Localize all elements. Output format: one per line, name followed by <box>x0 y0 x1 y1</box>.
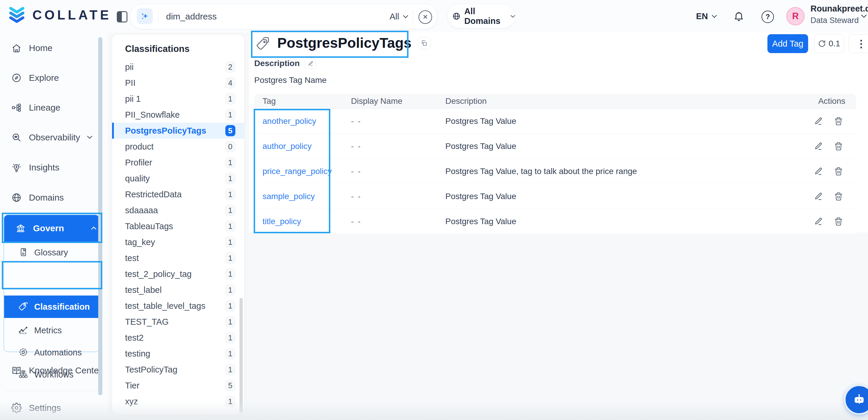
classification-list-item[interactable]: PostgresPolicyTags 5 <box>112 123 244 139</box>
govern-menu-group: Govern Glossary Clas <box>4 214 100 352</box>
sidebar-item-automations[interactable]: Automations <box>4 342 99 363</box>
version-button[interactable]: 0.1 <box>814 34 844 53</box>
classification-list-item[interactable]: RestrictedData 1 <box>112 186 244 202</box>
actions-cell <box>784 142 856 151</box>
collate-logo-icon <box>8 6 28 24</box>
help-button[interactable]: ? <box>762 11 774 23</box>
search-scope-label: All <box>390 12 399 22</box>
tag-name-link[interactable]: another_policy <box>262 117 316 126</box>
tag-name-link[interactable]: sample_policy <box>262 192 315 201</box>
clear-search-icon[interactable]: ✕ <box>418 10 432 24</box>
copy-icon <box>421 40 427 46</box>
notifications-button[interactable] <box>733 11 744 22</box>
classification-list-item[interactable]: TableauTags 1 <box>112 218 244 234</box>
description-cell: Postgres Tag Value <box>438 117 784 126</box>
delete-tag-button[interactable] <box>834 192 843 201</box>
home-icon <box>11 43 22 53</box>
column-header-description: Description <box>438 96 784 106</box>
classification-list-item[interactable]: PII 4 <box>112 75 244 91</box>
user-menu-chevron-down-icon[interactable] <box>861 14 867 18</box>
classification-count-badge: 1 <box>225 396 235 407</box>
tag-name-link[interactable]: title_policy <box>262 217 301 226</box>
sidebar-item-label: Home <box>29 38 53 58</box>
classification-list-item[interactable]: Tier 5 <box>112 378 244 393</box>
sidebar-collapse-icon[interactable] <box>117 11 127 22</box>
classification-list-item[interactable]: test_2_policy_tag 1 <box>112 266 244 282</box>
classification-list-item[interactable]: Profiler 1 <box>112 154 244 171</box>
classification-name: PII <box>125 78 135 88</box>
chat-assistant-button[interactable] <box>844 385 868 415</box>
classification-list-item[interactable]: test2 1 <box>112 330 244 346</box>
classification-count-badge: 1 <box>225 348 235 359</box>
sidebar-item-classification[interactable]: Classification <box>4 296 99 318</box>
table-row: another_policy - - Postgres Tag Value <box>254 109 856 134</box>
classification-list-item[interactable]: test_label 1 <box>112 282 244 298</box>
classification-list-item[interactable]: testing 1 <box>112 346 244 362</box>
global-search-bar[interactable]: dim_address All ✕ <box>130 4 438 29</box>
sidebar-item-govern[interactable]: Govern <box>4 215 99 242</box>
search-scope-dropdown[interactable]: All <box>390 4 408 29</box>
classification-list-item[interactable]: xyz 1 <box>112 393 244 409</box>
classification-list-item[interactable]: pii 1 1 <box>112 91 244 107</box>
app-window: COLLATE dim_address All ✕ <box>0 0 868 420</box>
user-avatar[interactable]: R <box>786 7 805 25</box>
copy-button[interactable] <box>418 37 430 49</box>
edit-tag-button[interactable] <box>814 192 823 201</box>
classification-count-badge: 2 <box>225 61 235 72</box>
add-tag-button[interactable]: Add Tag <box>768 34 808 53</box>
classification-list-item[interactable]: product 0 <box>112 139 244 154</box>
top-bar: COLLATE dim_address All ✕ <box>0 0 868 32</box>
sidebar-scrollbar[interactable] <box>98 37 102 395</box>
user-info[interactable]: Rounakpreet.d Data Steward <box>810 4 868 25</box>
domains-filter-dropdown[interactable]: All Domains <box>447 4 516 29</box>
classifications-panel: Classifications pii 2 PII 4 pii 1 1 <box>112 35 244 414</box>
classification-list-item[interactable]: quality 1 <box>112 171 244 186</box>
classifications-scrollbar[interactable] <box>240 298 243 413</box>
sidebar-item-explore[interactable]: Explore <box>0 67 102 88</box>
tag-name-link[interactable]: author_policy <box>262 142 312 151</box>
classification-list-item[interactable]: sdaaaaa 1 <box>112 202 244 218</box>
domains-filter-label: All Domains <box>464 6 507 26</box>
tags-icon <box>18 301 28 311</box>
collate-logo[interactable]: COLLATE <box>8 6 112 24</box>
edit-description-button[interactable] <box>305 58 316 69</box>
classification-list-item[interactable]: test_table_level_tags 1 <box>112 298 244 314</box>
classification-list-item[interactable]: tag_key 1 <box>112 234 244 250</box>
edit-tag-button[interactable] <box>814 142 823 151</box>
more-options-button[interactable]: ⋮ <box>848 34 868 53</box>
classification-count-badge: 1 <box>225 300 235 311</box>
sidebar-item-domains[interactable]: Domains <box>0 187 102 208</box>
classification-name: test_2_policy_tag <box>125 269 192 279</box>
glossary-book-icon <box>18 247 28 257</box>
sidebar-item-insights[interactable]: Insights <box>0 157 102 178</box>
classification-list-item[interactable]: pii 2 <box>112 59 244 75</box>
sidebar-item-metrics[interactable]: Metrics <box>4 320 99 341</box>
tags-table: Tag Display Name Description Actions ano… <box>254 94 856 234</box>
sidebar-item-glossary[interactable]: Glossary <box>4 242 99 263</box>
tag-name-link[interactable]: price_range_policy <box>262 167 332 176</box>
classification-list-item[interactable]: TEST_TAG 1 <box>112 314 244 330</box>
sidebar-item-observability[interactable]: Observability <box>0 127 102 148</box>
edit-tag-button[interactable] <box>814 217 823 226</box>
sidebar-item-knowledge-center[interactable]: Knowledge Center <box>0 360 102 381</box>
delete-tag-button[interactable] <box>834 217 843 226</box>
trash-icon <box>834 117 843 126</box>
edit-tag-button[interactable] <box>814 167 823 176</box>
sidebar-item-home[interactable]: Home <box>0 38 102 58</box>
classification-list-item[interactable]: PII_Snowflake 1 <box>112 107 244 123</box>
classifications-list: pii 2 PII 4 pii 1 1 PII_Snowflake 1 <box>112 59 244 409</box>
edit-tag-button[interactable] <box>814 117 823 126</box>
classification-list-item[interactable]: TestPolicyTag 1 <box>112 362 244 378</box>
delete-tag-button[interactable] <box>834 142 843 151</box>
delete-tag-button[interactable] <box>834 167 843 176</box>
open-book-icon <box>11 365 22 376</box>
chevron-up-icon <box>91 226 97 230</box>
sidebar-item-lineage[interactable]: Lineage <box>0 97 102 118</box>
classification-list-item[interactable]: test 1 <box>112 250 244 266</box>
delete-tag-button[interactable] <box>834 117 843 126</box>
sidebar-item-settings[interactable]: Settings <box>0 398 102 418</box>
search-input[interactable]: dim_address <box>166 4 217 29</box>
classification-name: test_label <box>125 285 162 295</box>
classification-name: RestrictedData <box>125 190 182 200</box>
language-dropdown[interactable]: EN <box>696 0 717 32</box>
